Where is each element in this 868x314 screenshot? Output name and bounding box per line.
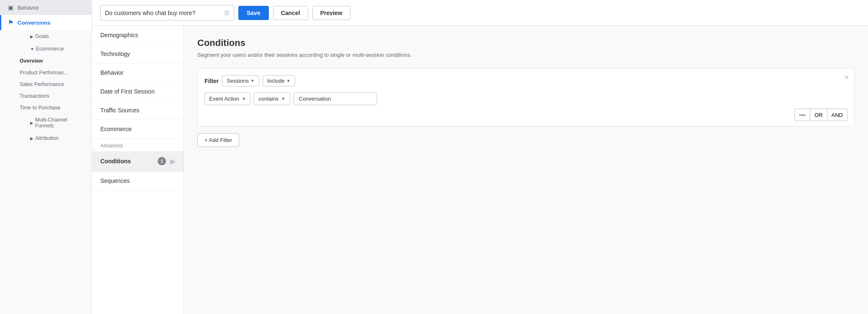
add-filter-button[interactable]: + Add Filter	[197, 133, 239, 147]
sidebar-goals[interactable]: ▶ Goals	[15, 30, 92, 43]
contains-chevron-icon: ▼	[281, 96, 286, 101]
category-demographics-label: Demographics	[100, 32, 138, 38]
sidebar-overview[interactable]: Overview	[15, 55, 92, 67]
category-date-of-first-session[interactable]: Date of First Session	[92, 82, 184, 101]
sidebar-sales-performance-label: Sales Performance	[20, 81, 64, 87]
contains-dropdown[interactable]: contains ▼	[254, 92, 290, 105]
sidebar-time-to-purchase-label: Time to Purchase	[20, 105, 61, 111]
category-technology[interactable]: Technology	[92, 45, 184, 63]
sidebar-overview-label: Overview	[20, 58, 43, 64]
sidebar-time-to-purchase[interactable]: Time to Purchase	[15, 102, 92, 114]
content-area: Demographics Technology Behavior Date of…	[92, 26, 868, 314]
multi-channel-arrow-icon: ▶	[30, 121, 33, 125]
cancel-button[interactable]: Cancel	[273, 6, 308, 20]
goals-arrow-icon: ▶	[30, 34, 33, 39]
category-traffic-sources[interactable]: Traffic Sources	[92, 101, 184, 120]
behavior-icon: ▣	[8, 4, 13, 11]
sidebar-item-conversions[interactable]: ⚑ Conversions	[0, 15, 92, 30]
filter-include-select[interactable]: Include ▼	[263, 75, 295, 86]
filter-box: ✕ Filter Sessions ▼ Include ▼ Event Acti…	[197, 68, 855, 127]
conditions-arrow-right-icon: ▶	[170, 157, 175, 165]
and-button[interactable]: AND	[827, 109, 848, 121]
event-action-chevron-icon: ▼	[242, 96, 246, 101]
segment-name-field[interactable]: ⊞	[100, 5, 234, 20]
conditions-description: Segment your users and/or their sessions…	[197, 52, 855, 58]
sidebar-transactions-label: Transactions	[20, 93, 49, 99]
category-demographics[interactable]: Demographics	[92, 26, 184, 45]
conditions-panel: Conditions Segment your users and/or the…	[184, 26, 868, 314]
sidebar-item-conversions-label: Conversions	[18, 20, 51, 26]
category-behavior[interactable]: Behavior	[92, 63, 184, 82]
category-sequences-label: Sequences	[100, 177, 130, 184]
event-action-label: Event Action	[209, 96, 239, 102]
save-button[interactable]: Save	[238, 6, 269, 20]
category-technology-label: Technology	[100, 51, 130, 57]
category-traffic-sources-label: Traffic Sources	[100, 107, 139, 114]
sidebar-transactions[interactable]: Transactions	[15, 90, 92, 102]
sidebar-item-behavior-label: Behavior	[18, 5, 39, 11]
conversions-icon: ⚑	[8, 19, 13, 26]
sidebar-product-performance[interactable]: Product Performan...	[15, 67, 92, 78]
sidebar-product-performance-label: Product Performan...	[20, 70, 68, 76]
sidebar-attribution-label: Attribution	[35, 135, 59, 141]
remove-condition-button[interactable]: —	[794, 109, 810, 121]
category-panel: Demographics Technology Behavior Date of…	[92, 26, 184, 314]
category-conditions-label: Conditions	[100, 158, 131, 165]
conditions-title: Conditions	[197, 38, 855, 48]
sidebar-sales-performance[interactable]: Sales Performance	[15, 78, 92, 90]
attribution-arrow-icon: ▶	[30, 136, 33, 141]
sidebar-ecommerce-label: Ecommerce	[36, 46, 64, 52]
filter-type-chevron-icon: ▼	[250, 78, 255, 83]
table-icon: ⊞	[224, 9, 230, 17]
category-sequences[interactable]: Sequences	[92, 172, 184, 190]
conditions-badge: 1	[158, 157, 166, 165]
filter-type-select[interactable]: Sessions ▼	[222, 75, 259, 86]
conversation-input[interactable]	[294, 92, 377, 105]
sidebar-multi-channel-label: Multi-Channel Funnels	[35, 117, 85, 129]
filter-type-label: Sessions	[227, 78, 249, 84]
sidebar-ecommerce[interactable]: ▼ Ecommerce	[15, 43, 92, 55]
category-conditions[interactable]: Conditions 1 ▶	[92, 151, 184, 172]
sidebar-item-behavior[interactable]: ▣ Behavior	[0, 0, 92, 15]
topbar: ⊞ Save Cancel Preview	[92, 0, 868, 26]
category-date-of-first-session-label: Date of First Session	[100, 88, 155, 95]
event-action-dropdown[interactable]: Event Action ▼	[204, 92, 250, 105]
filter-label: Filter	[204, 78, 219, 84]
filter-row: Event Action ▼ contains ▼	[204, 92, 848, 105]
advanced-section-label: Advanced	[92, 139, 184, 151]
filter-include-label: Include	[267, 78, 285, 84]
sidebar-multi-channel[interactable]: ▶ Multi-Channel Funnels	[15, 114, 92, 132]
contains-label: contains	[258, 96, 278, 102]
or-button[interactable]: OR	[810, 109, 827, 121]
main-area: ⊞ Save Cancel Preview Demographics Techn…	[92, 0, 868, 314]
filter-include-chevron-icon: ▼	[286, 78, 291, 83]
segment-name-input[interactable]	[105, 10, 214, 16]
ecommerce-arrow-icon: ▼	[30, 47, 34, 51]
close-filter-button[interactable]: ✕	[844, 73, 849, 81]
category-behavior-label: Behavior	[100, 69, 123, 76]
sidebar-attribution[interactable]: ▶ Attribution	[15, 132, 92, 144]
sidebar-sub-section: ▶ Goals ▼ Ecommerce Overview Product Per…	[0, 30, 92, 144]
filter-actions: — OR AND	[204, 109, 848, 121]
sidebar: ▣ Behavior ⚑ Conversions ▶ Goals ▼ Ecomm…	[0, 0, 92, 314]
sidebar-goals-label: Goals	[35, 33, 49, 39]
category-ecommerce-label: Ecommerce	[100, 126, 132, 132]
filter-header: Filter Sessions ▼ Include ▼	[204, 75, 848, 86]
category-ecommerce[interactable]: Ecommerce	[92, 120, 184, 139]
preview-button[interactable]: Preview	[312, 6, 350, 20]
